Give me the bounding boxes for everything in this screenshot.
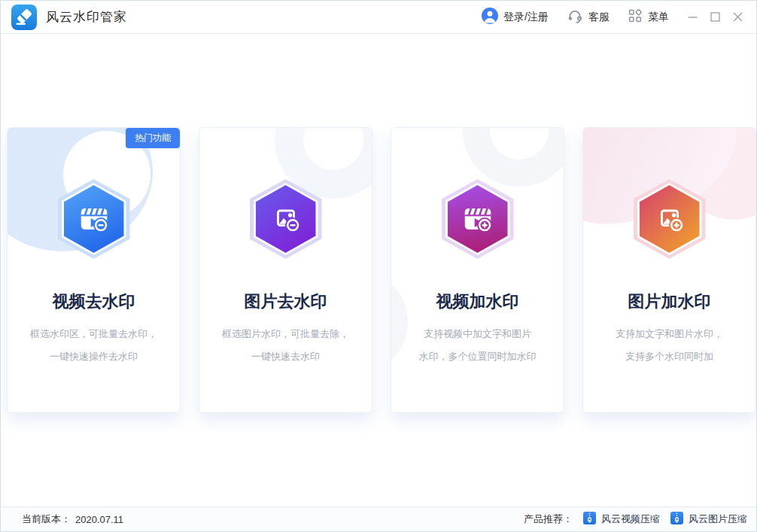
card-video-remove-watermark[interactable]: 热门功能 (7, 127, 181, 413)
recommend-label: 产品推荐： (524, 512, 573, 526)
hot-feature-badge: 热门功能 (126, 128, 180, 148)
customer-service-label: 客服 (588, 11, 610, 24)
product-link-video-compress[interactable]: 风云视频压缩 (583, 512, 660, 527)
card-title: 图片去水印 (199, 290, 372, 313)
decor-ring (463, 127, 564, 187)
version-label: 当前版本： (22, 512, 71, 526)
menu-button[interactable]: 菜单 (628, 8, 669, 26)
image-add-watermark-icon (634, 179, 706, 259)
zip-app-icon (670, 512, 683, 527)
version-value: 2020.07.11 (75, 514, 123, 525)
feature-cards: 热门功能 (7, 127, 756, 413)
zip-app-icon (583, 512, 596, 527)
user-avatar-icon (482, 8, 498, 27)
card-description: 框选水印区，可批量去水印，一键快速操作去水印 (8, 323, 180, 368)
login-register-label: 登录/注册 (503, 11, 549, 24)
card-image-remove-watermark[interactable]: 图片去水印 框选图片水印，可批量去除，一键快速去水印 (199, 127, 372, 413)
product-link-image-compress[interactable]: 风云图片压缩 (670, 512, 747, 527)
login-register-button[interactable]: 登录/注册 (482, 8, 549, 27)
status-bar: 当前版本： 2020.07.11 产品推荐： 风云视频压缩 (1, 506, 756, 531)
product-label: 风云视频压缩 (601, 512, 660, 526)
card-title: 图片加水印 (583, 290, 755, 313)
card-description: 支持视频中加文字和图片水印，多个位置同时加水印 (391, 323, 564, 368)
card-title: 视频去水印 (8, 290, 180, 313)
window-controls (681, 6, 749, 29)
headset-icon (567, 8, 583, 27)
customer-service-button[interactable]: 客服 (567, 8, 610, 27)
minimize-icon[interactable] (681, 6, 704, 29)
menu-label: 菜单 (648, 11, 669, 24)
card-title: 视频加水印 (391, 290, 564, 313)
app-logo-eraser-icon (11, 5, 37, 30)
card-description: 支持加文字和图片水印，支持多个水印同时加 (583, 323, 755, 368)
image-remove-watermark-icon (250, 179, 322, 259)
product-label: 风云图片压缩 (689, 512, 747, 526)
close-icon[interactable] (726, 6, 749, 29)
video-remove-watermark-icon (58, 179, 130, 259)
title-bar: 风云水印管家 登录/注册 (1, 1, 756, 34)
app-title: 风云水印管家 (46, 8, 127, 26)
card-description: 框选图片水印，可批量去除，一键快速去水印 (199, 323, 372, 368)
grid-menu-icon (628, 8, 643, 26)
video-add-watermark-icon (442, 179, 514, 259)
card-video-add-watermark[interactable]: 视频加水印 支持视频中加文字和图片水印，多个位置同时加水印 (391, 127, 564, 413)
maximize-icon[interactable] (704, 6, 726, 29)
card-image-add-watermark[interactable]: 图片加水印 支持加文字和图片水印，支持多个水印同时加 (582, 127, 756, 413)
